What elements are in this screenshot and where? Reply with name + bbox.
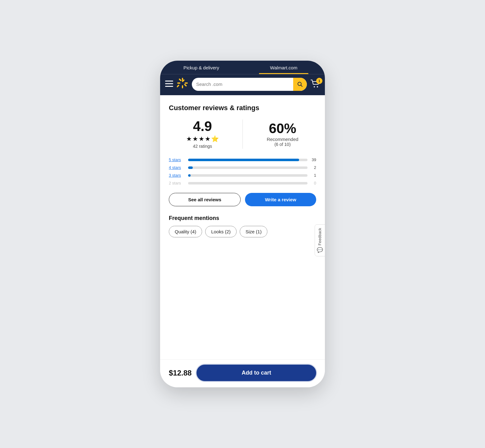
- walmart-logo[interactable]: [177, 77, 188, 91]
- stars-row: ★ ★ ★ ★ ⭐: [169, 135, 236, 142]
- bar-row-4: 4 stars 2: [169, 165, 316, 170]
- cart-badge: 1: [316, 78, 322, 84]
- svg-rect-2: [165, 86, 173, 87]
- phone-shell: Pickup & delivery Walmart.com: [160, 61, 325, 387]
- bar-label-2stars: 2 stars: [169, 181, 185, 185]
- section-title: Customer reviews & ratings: [169, 104, 316, 112]
- bar-track-4: [188, 166, 307, 169]
- bar-track-2: [188, 182, 307, 184]
- search-button[interactable]: [293, 78, 307, 91]
- buttons-row: See all reviews Write a review: [169, 193, 316, 206]
- recommend-sub: (6 of 10): [249, 142, 316, 147]
- rating-left: 4.9 ★ ★ ★ ★ ⭐ 42 ratings: [169, 119, 243, 149]
- rating-summary: 4.9 ★ ★ ★ ★ ⭐ 42 ratings 60% Recommended…: [169, 119, 316, 149]
- search-input[interactable]: [192, 82, 293, 87]
- svg-rect-6: [185, 82, 188, 84]
- bars-section: 5 stars 39 4 stars 2 3 stars 1: [169, 157, 316, 185]
- svg-rect-0: [165, 81, 173, 82]
- mention-size[interactable]: Size (1): [240, 226, 268, 237]
- bar-fill-3: [188, 174, 191, 177]
- feedback-label: Feedback: [318, 228, 322, 245]
- mention-quality[interactable]: Quality (4): [169, 226, 202, 237]
- cart-wrap[interactable]: 1: [311, 80, 320, 89]
- svg-line-12: [301, 85, 303, 86]
- svg-rect-5: [177, 82, 180, 84]
- price: $12.88: [169, 369, 192, 377]
- frequent-mentions-title: Frequent mentions: [169, 215, 316, 222]
- feedback-tab[interactable]: Feedback 💬: [315, 224, 325, 257]
- svg-point-13: [314, 86, 315, 87]
- recommend-label: Recommended: [249, 137, 316, 142]
- bar-count-2: 0: [311, 181, 316, 185]
- svg-rect-4: [182, 85, 183, 88]
- content: Customer reviews & ratings 4.9 ★ ★ ★ ★ ⭐…: [160, 95, 325, 359]
- svg-rect-8: [184, 84, 187, 87]
- bar-label-4stars[interactable]: 4 stars: [169, 165, 185, 170]
- mentions-row: Quality (4) Looks (2) Size (1): [169, 226, 316, 237]
- svg-rect-7: [179, 78, 182, 82]
- bottom-bar: $12.88 Add to cart: [160, 359, 325, 387]
- recommend-pct: 60%: [249, 122, 316, 135]
- mention-looks[interactable]: Looks (2): [205, 226, 237, 237]
- svg-point-14: [317, 86, 318, 87]
- feedback-icon: 💬: [317, 247, 323, 253]
- svg-rect-1: [165, 83, 173, 84]
- header-bar: 1: [160, 74, 325, 95]
- add-to-cart-button[interactable]: Add to cart: [196, 365, 316, 381]
- star-2: ★: [192, 135, 198, 142]
- bar-fill-5: [188, 159, 299, 161]
- search-bar: [192, 78, 307, 91]
- bar-row-2: 2 stars 0: [169, 181, 316, 185]
- bar-track-3: [188, 174, 307, 177]
- see-all-reviews-button[interactable]: See all reviews: [169, 193, 241, 206]
- header: Pickup & delivery Walmart.com: [160, 61, 325, 95]
- bar-row-5: 5 stars 39: [169, 157, 316, 162]
- bar-label-5stars[interactable]: 5 stars: [169, 157, 185, 162]
- star-3: ★: [199, 135, 204, 142]
- bar-row-3: 3 stars 1: [169, 173, 316, 178]
- bar-fill-4: [188, 166, 193, 169]
- header-tabs: Pickup & delivery Walmart.com: [160, 61, 325, 74]
- rating-right: 60% Recommended (6 of 10): [243, 122, 316, 147]
- write-review-button[interactable]: Write a review: [245, 193, 316, 206]
- tab-walmart[interactable]: Walmart.com: [242, 61, 325, 74]
- bar-count-4: 2: [311, 165, 316, 170]
- bar-count-3: 1: [311, 173, 316, 178]
- bar-label-3stars[interactable]: 3 stars: [169, 173, 185, 178]
- bar-count-5: 39: [311, 157, 316, 162]
- bar-track-5: [188, 159, 307, 161]
- overall-rating: 4.9: [169, 119, 236, 133]
- star-4: ★: [205, 135, 210, 142]
- hamburger-icon[interactable]: [165, 81, 173, 88]
- ratings-count: 42 ratings: [169, 144, 236, 149]
- star-5: ⭐: [211, 135, 219, 142]
- tab-pickup[interactable]: Pickup & delivery: [160, 61, 242, 74]
- svg-rect-10: [177, 85, 179, 88]
- star-1: ★: [186, 135, 192, 142]
